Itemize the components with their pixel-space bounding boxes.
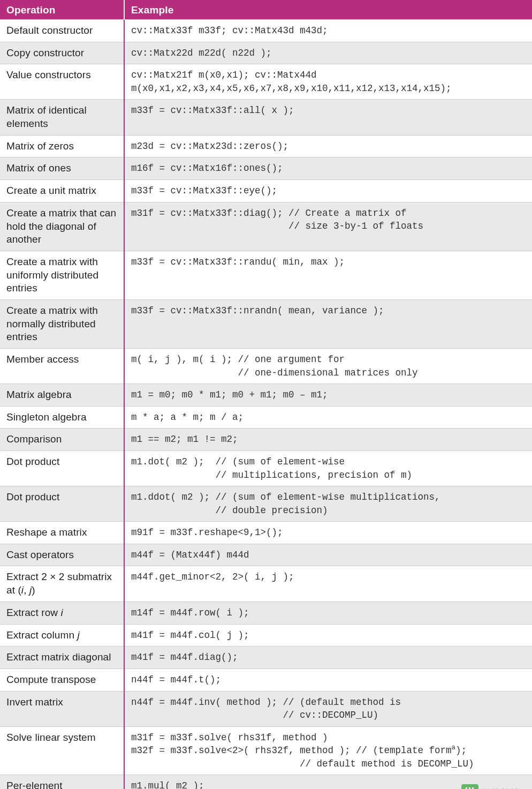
cell-operation: Extract column j (0, 624, 124, 647)
table-row: Reshape a matrixm91f = m33f.reshape<9,1>… (0, 522, 532, 544)
cell-example: cv::Matx33f m33f; cv::Matx43d m43d; (124, 20, 532, 42)
cell-example: m41f = m44f.diag(); (124, 647, 532, 669)
table-row: Extract 2 × 2 submatrix at (i, j)m44f.ge… (0, 566, 532, 602)
cell-operation: Extract row i (0, 602, 124, 624)
cell-example: cv::Matx21f m(x0,x1); cv::Matx44d m(x0,x… (124, 64, 532, 100)
cell-example: m1 == m2; m1 != m2; (124, 429, 532, 451)
table-row: Matrix algebram1 = m0; m0 * m1; m0 + m1;… (0, 384, 532, 407)
table-row: Comparisonm1 == m2; m1 != m2; (0, 429, 532, 451)
cell-example: m1.ddot( m2 ); // (sum of element-wise m… (124, 486, 532, 522)
cell-operation: Value constructors (0, 64, 124, 100)
cell-operation: Comparison (0, 429, 124, 451)
cell-example: m14f = m44f.row( i ); (124, 602, 532, 624)
cell-example: n44f = m44f.t(); (124, 668, 532, 691)
cell-operation: Dot product (0, 451, 124, 486)
table-row: Invert matrixn44f = m44f.inv( method ); … (0, 691, 532, 726)
table-row: Default constructorcv::Matx33f m33f; cv:… (0, 20, 532, 42)
table-body: Default constructorcv::Matx33f m33f; cv:… (0, 20, 532, 790)
cell-operation: Reshape a matrix (0, 522, 124, 544)
cell-example: m33f = cv::Matx33f::nrandn( mean, varian… (124, 299, 532, 348)
operations-table: Operation Example Default constructorcv:… (0, 0, 532, 789)
cell-operation: Matrix of ones (0, 157, 124, 180)
cell-operation: Create a matrix with uniformly distribut… (0, 251, 124, 299)
table-row: Dot productm1.dot( m2 ); // (sum of elem… (0, 451, 532, 486)
table-row: Create a matrix with uniformly distribut… (0, 251, 532, 299)
table-row: Compute transposen44f = m44f.t(); (0, 668, 532, 691)
cell-operation: Copy constructor (0, 42, 124, 64)
table-row: Solve linear systemm31f = m33f.solve( rh… (0, 726, 532, 775)
col-header-example: Example (124, 1, 532, 20)
cell-example: m31f = cv::Matx33f::diag(); // Create a … (124, 202, 532, 251)
cell-operation: Matrix of identical elements (0, 100, 124, 135)
cell-example: m44f.get_minor<2, 2>( i, j ); (124, 566, 532, 602)
cell-operation: Create a unit matrix (0, 180, 124, 202)
cell-operation: Create a matrix with normally distribute… (0, 299, 124, 348)
cell-example: cv::Matx22d m22d( n22d ); (124, 42, 532, 64)
cell-example: m44f = (Matx44f) m44d (124, 544, 532, 566)
table-row: Create a matrix with normally distribute… (0, 299, 532, 348)
table-row: Dot productm1.ddot( m2 ); // (sum of ele… (0, 486, 532, 522)
cell-operation: Compute transpose (0, 668, 124, 691)
table-row: Matrix of onesm16f = cv::Matx16f::ones()… (0, 157, 532, 180)
cell-operation: Create a matrix that can hold the diagon… (0, 202, 124, 251)
table-row: Extract column jm41f = m44f.col( j ); (0, 624, 532, 647)
col-header-operation: Operation (0, 1, 124, 20)
table-row: Per-element multiplicationm1.mul( m2 ); (0, 775, 532, 789)
cell-example: m( i, j ), m( i ); // one argument for /… (124, 349, 532, 384)
table-row: Value constructorscv::Matx21f m(x0,x1); … (0, 64, 532, 100)
cell-example: m * a; a * m; m / a; (124, 406, 532, 429)
cell-example: m33f = cv::Matx33f::all( x ); (124, 100, 532, 135)
table-row: Singleton algebram * a; a * m; m / a; (0, 406, 532, 429)
cell-example: n44f = m44f.inv( method ); // (default m… (124, 691, 532, 726)
watermark-text: 智能算法 (482, 786, 520, 789)
table-row: Member accessm( i, j ), m( i ); // one a… (0, 349, 532, 384)
cell-example: m33f = cv::Matx33f::randu( min, max ); (124, 251, 532, 299)
cell-example: m41f = m44f.col( j ); (124, 624, 532, 647)
cell-operation: Dot product (0, 486, 124, 522)
cell-operation: Extract matrix diagonal (0, 647, 124, 669)
cell-operation: Default constructor (0, 20, 124, 42)
cell-example: m91f = m33f.reshape<9,1>(); (124, 522, 532, 544)
table-row: Copy constructorcv::Matx22d m22d( n22d )… (0, 42, 532, 64)
table-row: Extract row im14f = m44f.row( i ); (0, 602, 532, 624)
cell-example: m1 = m0; m0 * m1; m0 + m1; m0 – m1; (124, 384, 532, 407)
cell-operation: Solve linear system (0, 726, 124, 775)
wechat-icon (461, 784, 478, 789)
cell-operation: Member access (0, 349, 124, 384)
cell-example: m33f = cv::Matx33f::eye(); (124, 180, 532, 202)
cell-operation: Invert matrix (0, 691, 124, 726)
cell-operation: Cast operators (0, 544, 124, 566)
cell-example: m23d = cv::Matx23d::zeros(); (124, 135, 532, 157)
cell-operation: Per-element multiplication (0, 775, 124, 789)
watermark: 智能算法 (461, 784, 520, 789)
cell-operation: Matrix algebra (0, 384, 124, 407)
table-header-row: Operation Example (0, 1, 532, 20)
cell-example: m16f = cv::Matx16f::ones(); (124, 157, 532, 180)
cell-operation: Matrix of zeros (0, 135, 124, 157)
cell-example: m31f = m33f.solve( rhs31f, method ) m32f… (124, 726, 532, 775)
table-row: Extract matrix diagonalm41f = m44f.diag(… (0, 647, 532, 669)
table-row: Cast operatorsm44f = (Matx44f) m44d (0, 544, 532, 566)
cell-example: m1.dot( m2 ); // (sum of element-wise //… (124, 451, 532, 486)
table-row: Matrix of zerosm23d = cv::Matx23d::zeros… (0, 135, 532, 157)
cell-operation: Extract 2 × 2 submatrix at (i, j) (0, 566, 124, 602)
table-row: Create a unit matrixm33f = cv::Matx33f::… (0, 180, 532, 202)
table-row: Matrix of identical elementsm33f = cv::M… (0, 100, 532, 135)
table-row: Create a matrix that can hold the diagon… (0, 202, 532, 251)
cell-operation: Singleton algebra (0, 406, 124, 429)
